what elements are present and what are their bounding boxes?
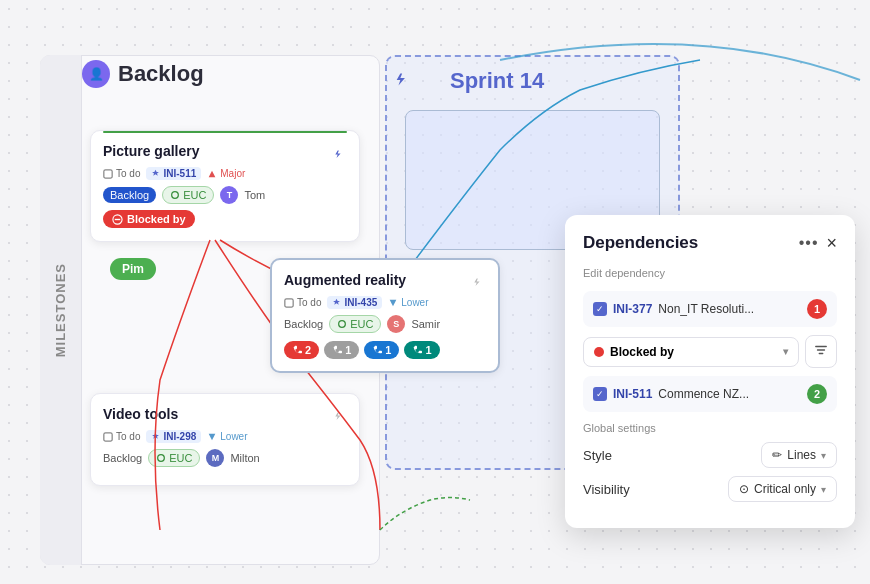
visibility-value: Critical only	[754, 482, 816, 496]
pg-ini: INI-511	[146, 167, 201, 180]
call-badge-red: 2	[284, 341, 319, 359]
dep-id-ini377: INI-377	[613, 302, 652, 316]
deps-actions: ••• ×	[799, 234, 837, 252]
vt-tag-backlog: Backlog	[103, 452, 142, 464]
ar-avatar-label: Samir	[411, 318, 440, 330]
dep-row-ini511: ✓ INI-511 Commence NZ... 2	[583, 376, 837, 412]
pim-badge: Pim	[110, 258, 156, 280]
svg-rect-4	[285, 298, 293, 306]
svg-point-5	[339, 321, 346, 328]
svg-rect-6	[104, 432, 112, 440]
vt-ini: INI-298	[146, 430, 201, 443]
sprint-icon	[393, 68, 415, 95]
blocked-selector-row: Blocked by ▾	[583, 335, 837, 368]
milestones-label: Milestones	[53, 263, 68, 357]
ar-tag-euc: EUC	[329, 315, 381, 333]
blocked-chevron: ▾	[783, 346, 788, 357]
milestones-sidebar: Milestones	[40, 55, 82, 565]
dep-badge-ini511: 2	[807, 384, 827, 404]
pg-blocked-badge: Blocked by	[103, 210, 195, 228]
vt-sprint-icon	[333, 409, 347, 427]
vt-avatar-label: Milton	[230, 452, 259, 464]
visibility-select[interactable]: ⊙ Critical only ▾	[728, 476, 837, 502]
picture-gallery-card: Picture gallery To do INI-511 Major Back…	[90, 130, 360, 242]
backlog-avatar-icon: 👤	[82, 60, 110, 88]
ar-call-badges: 2 1 1 1	[284, 341, 486, 359]
style-settings-row: Style ✏ Lines ▾	[583, 442, 837, 468]
call-badge-blue: 1	[364, 341, 399, 359]
pg-tag-euc: EUC	[162, 186, 214, 204]
style-select[interactable]: ✏ Lines ▾	[761, 442, 837, 468]
pg-priority: Major	[207, 168, 245, 179]
picture-gallery-sprint-icon	[333, 147, 347, 164]
backlog-title: Backlog	[118, 61, 204, 87]
blocked-by-label: Blocked by	[610, 345, 674, 359]
video-tools-card: Video tools To do INI-298 Lower Backlog	[90, 393, 360, 486]
vt-tag-euc: EUC	[148, 449, 200, 467]
svg-point-7	[158, 455, 165, 462]
pg-status: To do	[103, 168, 140, 179]
dep-name-ini511: Commence NZ...	[658, 387, 801, 401]
visibility-label: Visibility	[583, 482, 630, 497]
dep-badge-ini377: 1	[807, 299, 827, 319]
pg-avatar-label: Tom	[244, 189, 265, 201]
dep-name-ini377: Non_IT Resoluti...	[658, 302, 801, 316]
style-label: Style	[583, 448, 612, 463]
deps-more-button[interactable]: •••	[799, 234, 819, 252]
vt-avatar: M	[206, 449, 224, 467]
style-value: Lines	[787, 448, 816, 462]
dep-checkbox-ini377[interactable]: ✓	[593, 302, 607, 316]
svg-point-1	[172, 192, 179, 199]
sort-button[interactable]	[805, 335, 837, 368]
vt-status: To do	[103, 431, 140, 442]
augmented-reality-card: Augmented reality To do INI-435 Lower Ba…	[270, 258, 500, 373]
ar-tag-backlog: Backlog	[284, 318, 323, 330]
style-icon: ✏	[772, 448, 782, 462]
sprint-title: Sprint 14	[450, 68, 544, 94]
visibility-settings-row: Visibility ⊙ Critical only ▾	[583, 476, 837, 502]
svg-rect-0	[104, 169, 112, 177]
deps-header: Dependencies ••• ×	[583, 233, 837, 253]
call-badge-teal: 1	[404, 341, 439, 359]
ar-avatar: S	[387, 315, 405, 333]
call-badge-gray: 1	[324, 341, 359, 359]
dep-id-ini511: INI-511	[613, 387, 652, 401]
ar-sprint-icon	[472, 275, 486, 293]
pg-tag-backlog: Backlog	[103, 187, 156, 203]
dep-row-ini377: ✓ INI-377 Non_IT Resoluti... 1	[583, 291, 837, 327]
visibility-icon: ⊙	[739, 482, 749, 496]
deps-close-button[interactable]: ×	[826, 234, 837, 252]
dependencies-panel: Dependencies ••• × Edit dependency ✓ INI…	[565, 215, 855, 528]
style-chevron: ▾	[821, 450, 826, 461]
ar-ini: INI-435	[327, 296, 382, 309]
ar-title: Augmented reality	[284, 272, 406, 288]
blocked-by-select[interactable]: Blocked by ▾	[583, 337, 799, 367]
vt-priority: Lower	[207, 431, 247, 442]
vt-title: Video tools	[103, 406, 178, 422]
visibility-chevron: ▾	[821, 484, 826, 495]
ar-priority: Lower	[388, 297, 428, 308]
blocked-dot	[594, 347, 604, 357]
dep-check-ini511: ✓	[596, 389, 604, 399]
deps-title: Dependencies	[583, 233, 698, 253]
dep-check-ini377: ✓	[596, 304, 604, 314]
pg-avatar: T	[220, 186, 238, 204]
ar-status: To do	[284, 297, 321, 308]
main-canvas: Milestones 👤 Backlog Sprint 14 Picture g…	[0, 0, 870, 584]
dep-checkbox-ini511[interactable]: ✓	[593, 387, 607, 401]
picture-gallery-title: Picture gallery	[103, 143, 200, 159]
deps-subtitle: Edit dependency	[583, 267, 837, 279]
global-settings-title: Global settings	[583, 422, 837, 434]
